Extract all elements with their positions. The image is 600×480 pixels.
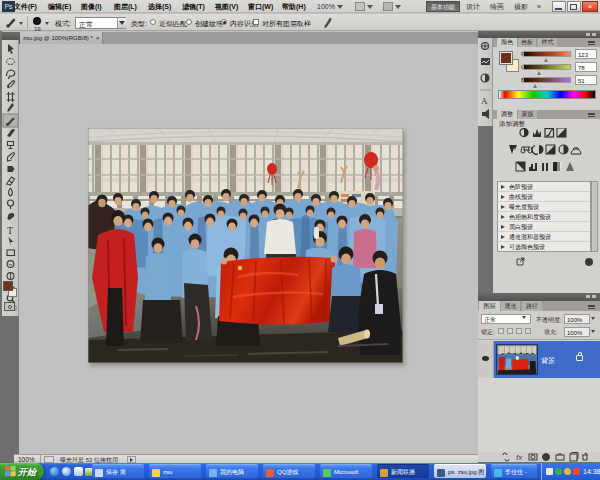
svg-text:fx: fx [516, 453, 523, 462]
svg-text:T: T [7, 225, 13, 236]
svg-text:A: A [481, 96, 488, 106]
